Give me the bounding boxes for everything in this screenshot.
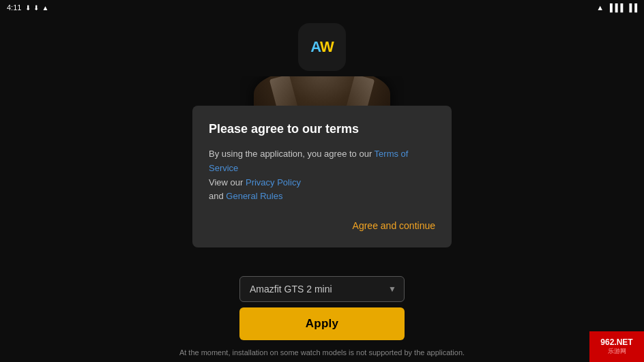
wifi-icon: ▲ — [596, 3, 604, 12]
watermark: 962.NET 乐游网 — [589, 331, 644, 362]
app-icon-w: W — [320, 38, 334, 55]
status-time: 4:11 — [7, 3, 21, 12]
status-bar-right: ▲ ▐▐▐ ▐▐ — [596, 3, 637, 12]
app-icon: AW — [298, 23, 346, 71]
watermark-sub: 乐游网 — [608, 347, 626, 356]
download2-icon: ⬇ — [33, 4, 39, 12]
apply-button[interactable]: Apply — [239, 307, 405, 340]
agree-continue-button[interactable]: Agree and continue — [353, 217, 435, 234]
watermark-site: 962.NET — [600, 337, 632, 347]
device-dropdown-container: Amazfit GTS 2 mini Amazfit GTS 2 Amazfit… — [239, 276, 405, 302]
status-bar-left: 4:11 ⬇ ⬇ ▲ — [7, 3, 48, 12]
modal-footer: Agree and continue — [209, 217, 435, 234]
privacy-policy-link[interactable]: Privacy Policy — [246, 177, 301, 187]
battery-icon: ▐▐ — [626, 3, 637, 12]
modal-body-prefix: By using the application, you agree to o… — [209, 149, 375, 159]
modal-body-middle: View our — [209, 177, 246, 187]
modal-body: By using the application, you agree to o… — [209, 147, 435, 204]
dropdown-wrapper: Amazfit GTS 2 mini Amazfit GTS 2 Amazfit… — [239, 276, 405, 302]
terms-modal: Please agree to our terms By using the a… — [192, 106, 452, 247]
status-bar: 4:11 ⬇ ⬇ ▲ ▲ ▐▐▐ ▐▐ — [0, 0, 644, 15]
store-icon: ▲ — [42, 4, 48, 12]
signal-icon: ▐▐▐ — [607, 3, 623, 12]
status-icons: ⬇ ⬇ ▲ — [25, 4, 48, 12]
device-select[interactable]: Amazfit GTS 2 mini Amazfit GTS 2 Amazfit… — [239, 276, 405, 302]
app-icon-text: AW — [310, 38, 333, 56]
app-icon-a: A — [310, 38, 320, 55]
download1-icon: ⬇ — [25, 4, 31, 12]
general-rules-link[interactable]: General Rules — [226, 191, 282, 201]
modal-body-and: and — [209, 191, 226, 201]
bottom-notice: At the moment, installation on some watc… — [0, 348, 644, 357]
modal-title: Please agree to our terms — [209, 122, 435, 136]
